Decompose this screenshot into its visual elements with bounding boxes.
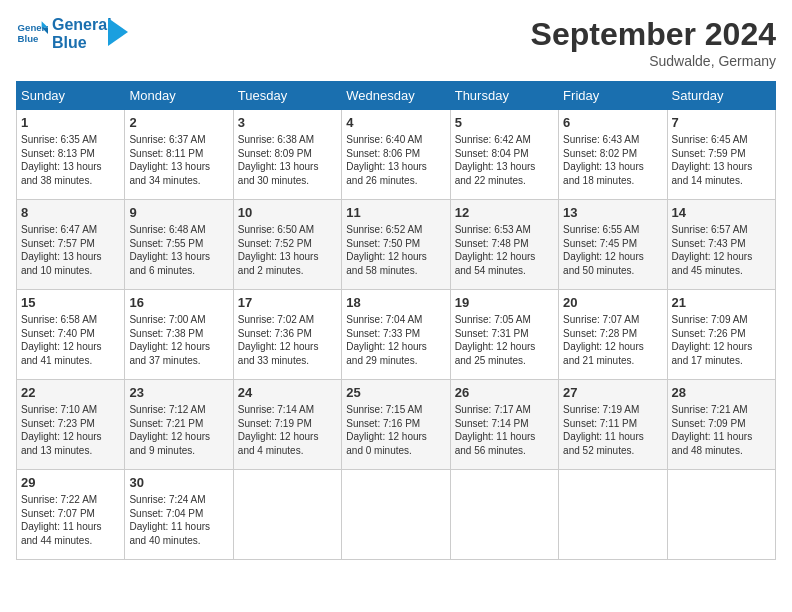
- day-number: 6: [563, 114, 662, 132]
- calendar-cell: 18Sunrise: 7:04 AM Sunset: 7:33 PM Dayli…: [342, 290, 450, 380]
- day-number: 30: [129, 474, 228, 492]
- day-number: 4: [346, 114, 445, 132]
- cell-content: Sunrise: 6:40 AM Sunset: 8:06 PM Dayligh…: [346, 133, 445, 187]
- day-number: 20: [563, 294, 662, 312]
- calendar-cell: 21Sunrise: 7:09 AM Sunset: 7:26 PM Dayli…: [667, 290, 775, 380]
- cell-content: Sunrise: 6:52 AM Sunset: 7:50 PM Dayligh…: [346, 223, 445, 277]
- cell-content: Sunrise: 7:04 AM Sunset: 7:33 PM Dayligh…: [346, 313, 445, 367]
- weekday-header-sunday: Sunday: [17, 82, 125, 110]
- day-number: 10: [238, 204, 337, 222]
- day-number: 2: [129, 114, 228, 132]
- weekday-header-tuesday: Tuesday: [233, 82, 341, 110]
- calendar-cell: 28Sunrise: 7:21 AM Sunset: 7:09 PM Dayli…: [667, 380, 775, 470]
- calendar-week-1: 1Sunrise: 6:35 AM Sunset: 8:13 PM Daylig…: [17, 110, 776, 200]
- cell-content: Sunrise: 7:10 AM Sunset: 7:23 PM Dayligh…: [21, 403, 120, 457]
- weekday-header-wednesday: Wednesday: [342, 82, 450, 110]
- logo-general: General: [52, 16, 112, 34]
- svg-text:Blue: Blue: [18, 33, 39, 44]
- cell-content: Sunrise: 6:55 AM Sunset: 7:45 PM Dayligh…: [563, 223, 662, 277]
- logo: General Blue General Blue: [16, 16, 128, 51]
- day-number: 26: [455, 384, 554, 402]
- calendar-cell: 30Sunrise: 7:24 AM Sunset: 7:04 PM Dayli…: [125, 470, 233, 560]
- calendar-cell: 12Sunrise: 6:53 AM Sunset: 7:48 PM Dayli…: [450, 200, 558, 290]
- page-header: General Blue General Blue September 2024…: [16, 16, 776, 69]
- day-number: 11: [346, 204, 445, 222]
- day-number: 14: [672, 204, 771, 222]
- cell-content: Sunrise: 7:00 AM Sunset: 7:38 PM Dayligh…: [129, 313, 228, 367]
- day-number: 1: [21, 114, 120, 132]
- calendar-cell: [233, 470, 341, 560]
- calendar-week-3: 15Sunrise: 6:58 AM Sunset: 7:40 PM Dayli…: [17, 290, 776, 380]
- calendar-cell: 16Sunrise: 7:00 AM Sunset: 7:38 PM Dayli…: [125, 290, 233, 380]
- cell-content: Sunrise: 6:45 AM Sunset: 7:59 PM Dayligh…: [672, 133, 771, 187]
- logo-arrow-icon: [108, 18, 128, 46]
- day-number: 5: [455, 114, 554, 132]
- day-number: 22: [21, 384, 120, 402]
- day-number: 27: [563, 384, 662, 402]
- weekday-header-thursday: Thursday: [450, 82, 558, 110]
- calendar-cell: 24Sunrise: 7:14 AM Sunset: 7:19 PM Dayli…: [233, 380, 341, 470]
- day-number: 23: [129, 384, 228, 402]
- cell-content: Sunrise: 6:38 AM Sunset: 8:09 PM Dayligh…: [238, 133, 337, 187]
- cell-content: Sunrise: 7:07 AM Sunset: 7:28 PM Dayligh…: [563, 313, 662, 367]
- calendar-cell: [559, 470, 667, 560]
- cell-content: Sunrise: 7:05 AM Sunset: 7:31 PM Dayligh…: [455, 313, 554, 367]
- cell-content: Sunrise: 6:37 AM Sunset: 8:11 PM Dayligh…: [129, 133, 228, 187]
- calendar-cell: [342, 470, 450, 560]
- calendar-cell: 11Sunrise: 6:52 AM Sunset: 7:50 PM Dayli…: [342, 200, 450, 290]
- calendar-week-2: 8Sunrise: 6:47 AM Sunset: 7:57 PM Daylig…: [17, 200, 776, 290]
- calendar-cell: 14Sunrise: 6:57 AM Sunset: 7:43 PM Dayli…: [667, 200, 775, 290]
- location: Sudwalde, Germany: [531, 53, 776, 69]
- day-number: 29: [21, 474, 120, 492]
- cell-content: Sunrise: 6:48 AM Sunset: 7:55 PM Dayligh…: [129, 223, 228, 277]
- cell-content: Sunrise: 7:19 AM Sunset: 7:11 PM Dayligh…: [563, 403, 662, 457]
- calendar-cell: 9Sunrise: 6:48 AM Sunset: 7:55 PM Daylig…: [125, 200, 233, 290]
- calendar-cell: 6Sunrise: 6:43 AM Sunset: 8:02 PM Daylig…: [559, 110, 667, 200]
- calendar-cell: 22Sunrise: 7:10 AM Sunset: 7:23 PM Dayli…: [17, 380, 125, 470]
- cell-content: Sunrise: 6:53 AM Sunset: 7:48 PM Dayligh…: [455, 223, 554, 277]
- calendar-cell: 4Sunrise: 6:40 AM Sunset: 8:06 PM Daylig…: [342, 110, 450, 200]
- day-number: 25: [346, 384, 445, 402]
- calendar-cell: 3Sunrise: 6:38 AM Sunset: 8:09 PM Daylig…: [233, 110, 341, 200]
- day-number: 3: [238, 114, 337, 132]
- calendar-cell: 19Sunrise: 7:05 AM Sunset: 7:31 PM Dayli…: [450, 290, 558, 380]
- logo-blue: Blue: [52, 34, 112, 52]
- cell-content: Sunrise: 7:09 AM Sunset: 7:26 PM Dayligh…: [672, 313, 771, 367]
- cell-content: Sunrise: 6:57 AM Sunset: 7:43 PM Dayligh…: [672, 223, 771, 277]
- calendar-cell: 13Sunrise: 6:55 AM Sunset: 7:45 PM Dayli…: [559, 200, 667, 290]
- weekday-header-monday: Monday: [125, 82, 233, 110]
- month-title: September 2024: [531, 16, 776, 53]
- cell-content: Sunrise: 7:14 AM Sunset: 7:19 PM Dayligh…: [238, 403, 337, 457]
- cell-content: Sunrise: 7:12 AM Sunset: 7:21 PM Dayligh…: [129, 403, 228, 457]
- cell-content: Sunrise: 6:42 AM Sunset: 8:04 PM Dayligh…: [455, 133, 554, 187]
- title-block: September 2024 Sudwalde, Germany: [531, 16, 776, 69]
- calendar-cell: 25Sunrise: 7:15 AM Sunset: 7:16 PM Dayli…: [342, 380, 450, 470]
- day-number: 21: [672, 294, 771, 312]
- cell-content: Sunrise: 7:02 AM Sunset: 7:36 PM Dayligh…: [238, 313, 337, 367]
- day-number: 9: [129, 204, 228, 222]
- calendar-cell: 17Sunrise: 7:02 AM Sunset: 7:36 PM Dayli…: [233, 290, 341, 380]
- cell-content: Sunrise: 6:47 AM Sunset: 7:57 PM Dayligh…: [21, 223, 120, 277]
- cell-content: Sunrise: 6:58 AM Sunset: 7:40 PM Dayligh…: [21, 313, 120, 367]
- calendar-cell: [450, 470, 558, 560]
- cell-content: Sunrise: 6:43 AM Sunset: 8:02 PM Dayligh…: [563, 133, 662, 187]
- calendar-cell: 15Sunrise: 6:58 AM Sunset: 7:40 PM Dayli…: [17, 290, 125, 380]
- calendar-cell: [667, 470, 775, 560]
- day-number: 7: [672, 114, 771, 132]
- day-number: 12: [455, 204, 554, 222]
- calendar-cell: 20Sunrise: 7:07 AM Sunset: 7:28 PM Dayli…: [559, 290, 667, 380]
- day-number: 28: [672, 384, 771, 402]
- calendar-cell: 7Sunrise: 6:45 AM Sunset: 7:59 PM Daylig…: [667, 110, 775, 200]
- calendar-table: SundayMondayTuesdayWednesdayThursdayFrid…: [16, 81, 776, 560]
- cell-content: Sunrise: 7:15 AM Sunset: 7:16 PM Dayligh…: [346, 403, 445, 457]
- day-number: 19: [455, 294, 554, 312]
- weekday-header-saturday: Saturday: [667, 82, 775, 110]
- logo-icon: General Blue: [16, 18, 48, 50]
- day-number: 15: [21, 294, 120, 312]
- calendar-week-5: 29Sunrise: 7:22 AM Sunset: 7:07 PM Dayli…: [17, 470, 776, 560]
- day-number: 13: [563, 204, 662, 222]
- calendar-cell: 23Sunrise: 7:12 AM Sunset: 7:21 PM Dayli…: [125, 380, 233, 470]
- day-number: 18: [346, 294, 445, 312]
- day-number: 8: [21, 204, 120, 222]
- day-number: 16: [129, 294, 228, 312]
